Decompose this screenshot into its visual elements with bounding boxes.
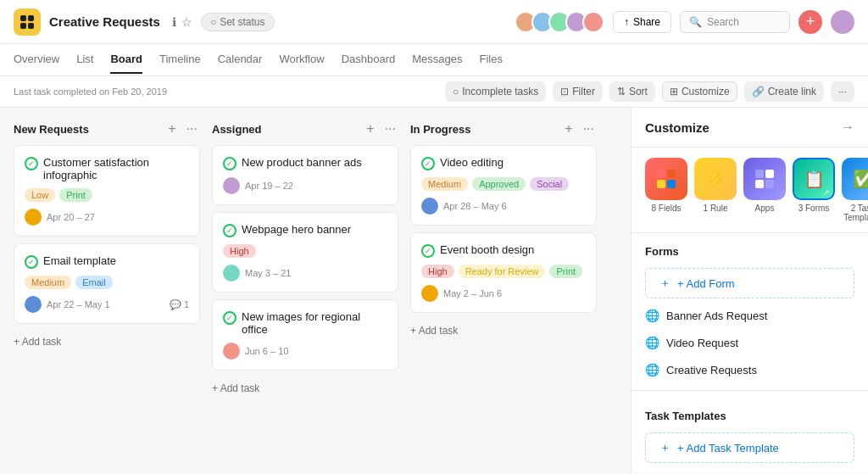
forms-section-title: Forms <box>632 233 868 265</box>
form-item-video-request[interactable]: 🌐 Video Request <box>632 329 868 356</box>
column-assigned: Assigned + ··· New product banner ads Ap… <box>212 121 398 460</box>
column-header-new-requests: New Requests + ··· <box>14 121 200 137</box>
globe-icon: 🌐 <box>645 336 659 349</box>
add-task-column-button[interactable]: + <box>364 121 376 137</box>
card-title: Video editing <box>421 156 586 170</box>
set-status-button[interactable]: ○ Set status <box>201 13 275 31</box>
add-task-button-in-progress[interactable]: + Add task <box>410 320 597 342</box>
card-email-template[interactable]: Email template Medium Email Apr 22 – May… <box>14 243 200 324</box>
check-icon <box>223 224 236 237</box>
template-icon: ✅ <box>853 169 869 189</box>
card-tags: High Ready for Review Print <box>421 265 586 278</box>
lightning-icon: ⚡ <box>705 169 726 189</box>
share-button[interactable]: ↑ Share <box>613 11 671 33</box>
tab-timeline[interactable]: Timeline <box>159 46 201 74</box>
card-dates: May 3 – 21 <box>245 268 291 278</box>
card-video-editing[interactable]: Video editing Medium Approved Social Apr… <box>410 145 597 226</box>
star-icon[interactable]: ☆ <box>181 15 192 29</box>
rule-icon-item[interactable]: ⚡ 1 Rule <box>694 158 737 222</box>
globe-icon: 🌐 <box>645 363 659 376</box>
sort-button[interactable]: ⇅ Sort <box>609 81 655 102</box>
add-template-button[interactable]: ＋ + Add Task Template <box>645 432 854 463</box>
svg-rect-2 <box>20 23 26 29</box>
tab-files[interactable]: Files <box>479 46 502 74</box>
tab-overview[interactable]: Overview <box>14 46 59 74</box>
tag-high: High <box>421 265 454 278</box>
tag-medium: Medium <box>421 177 468 191</box>
card-title: Email template <box>25 254 189 269</box>
filter-button[interactable]: ⊡ Filter <box>553 81 603 102</box>
column-more-button[interactable]: ··· <box>382 121 398 137</box>
tab-board[interactable]: Board <box>110 46 142 74</box>
assignee-avatar <box>421 198 438 215</box>
column-header-in-progress: In Progress + ··· <box>410 121 597 137</box>
tab-calendar[interactable]: Calendar <box>218 46 263 74</box>
search-box[interactable]: 🔍 Search <box>680 11 790 33</box>
forms-icon-item[interactable]: 📋 ↗ 3 Forms <box>793 158 835 222</box>
forms-section: Forms ＋ + Add Form 🌐 Banner Ads Request … <box>632 233 868 383</box>
create-link-button[interactable]: 🔗 Create link <box>744 81 824 102</box>
add-task-column-button[interactable]: + <box>165 121 178 137</box>
form-item-label: Video Request <box>666 337 738 349</box>
card-tags: High <box>223 244 387 258</box>
apps-grid-icon <box>755 170 774 188</box>
card-new-images-regional[interactable]: New images for regional office Jun 6 – 1… <box>212 299 398 371</box>
nav-tabs: Overview List Board Timeline Calendar Wo… <box>0 44 868 76</box>
tab-list[interactable]: List <box>76 46 93 74</box>
task-templates-title: Task Templates <box>632 398 868 429</box>
column-title-in-progress: In Progress <box>410 123 557 136</box>
templates-label: 2 Task Templates <box>842 204 868 222</box>
panel-close-button[interactable]: → <box>841 120 854 135</box>
check-icon <box>421 244 435 258</box>
card-customer-satisfaction[interactable]: Customer satisfaction infographic Low Pr… <box>14 145 200 237</box>
card-dates: Apr 19 – 22 <box>245 181 293 191</box>
avatar <box>582 11 604 33</box>
main-content: New Requests + ··· Customer satisfaction… <box>0 108 868 473</box>
comment-count: 1 <box>184 299 189 309</box>
column-title-new-requests: New Requests <box>14 123 160 136</box>
tab-workflow[interactable]: Workflow <box>279 46 324 74</box>
form-item-label: Creative Requests <box>666 364 757 376</box>
tab-dashboard[interactable]: Dashboard <box>342 46 396 74</box>
assignee-avatar <box>223 343 240 360</box>
add-button[interactable]: + <box>798 10 822 34</box>
more-button[interactable]: ··· <box>831 81 854 102</box>
add-task-column-button[interactable]: + <box>562 121 575 137</box>
current-user-avatar[interactable] <box>831 10 854 34</box>
add-form-button[interactable]: ＋ + Add Form <box>645 268 854 298</box>
add-task-button-new-requests[interactable]: + Add task <box>14 331 200 353</box>
form-item-creative-requests[interactable]: 🌐 Creative Requests <box>632 356 868 383</box>
project-title: Creative Requests <box>49 14 160 29</box>
templates-icon-item[interactable]: ✅ 2 Task Templates <box>842 158 868 222</box>
card-new-product-banner[interactable]: New product banner ads Apr 19 – 22 <box>212 145 398 205</box>
apps-icon-item[interactable]: Apps <box>743 158 786 222</box>
assignee-avatar <box>223 265 240 282</box>
card-event-booth[interactable]: Event booth design High Ready for Review… <box>410 232 597 313</box>
user-avatars <box>515 11 604 33</box>
comment-badge: 💬 1 <box>170 299 189 310</box>
card-footer: May 3 – 21 <box>223 265 387 282</box>
card-dates: Apr 20 – 27 <box>47 212 95 222</box>
assignee-avatar <box>223 177 240 194</box>
card-title: New product banner ads <box>223 156 387 170</box>
template-item-creative-production[interactable]: ↺ Creative Production <box>632 466 868 473</box>
incomplete-tasks-button[interactable]: ○ Incomplete tasks <box>445 81 546 102</box>
assignee-avatar <box>25 209 42 226</box>
info-icon[interactable]: ℹ <box>172 15 176 29</box>
fields-icon-item[interactable]: 8 Fields <box>645 158 687 222</box>
column-more-button[interactable]: ··· <box>184 121 200 137</box>
add-task-button-assigned[interactable]: + Add task <box>212 377 398 399</box>
column-more-button[interactable]: ··· <box>581 121 597 137</box>
card-webpage-hero[interactable]: Webpage hero banner High May 3 – 21 <box>212 212 398 293</box>
card-tags: Medium Email <box>25 276 189 289</box>
plus-icon: ＋ <box>659 276 670 291</box>
top-bar-icons: ℹ ☆ <box>172 15 192 29</box>
svg-rect-0 <box>20 15 26 21</box>
share-icon: ↑ <box>624 16 629 28</box>
form-item-label: Banner Ads Request <box>666 309 767 322</box>
tab-messages[interactable]: Messages <box>412 46 462 74</box>
card-footer: Apr 28 – May 6 <box>421 198 586 215</box>
search-icon: 🔍 <box>689 16 702 28</box>
form-item-banner-ads[interactable]: 🌐 Banner Ads Request <box>632 302 868 329</box>
customize-button[interactable]: ⊞ Customize <box>662 81 737 102</box>
